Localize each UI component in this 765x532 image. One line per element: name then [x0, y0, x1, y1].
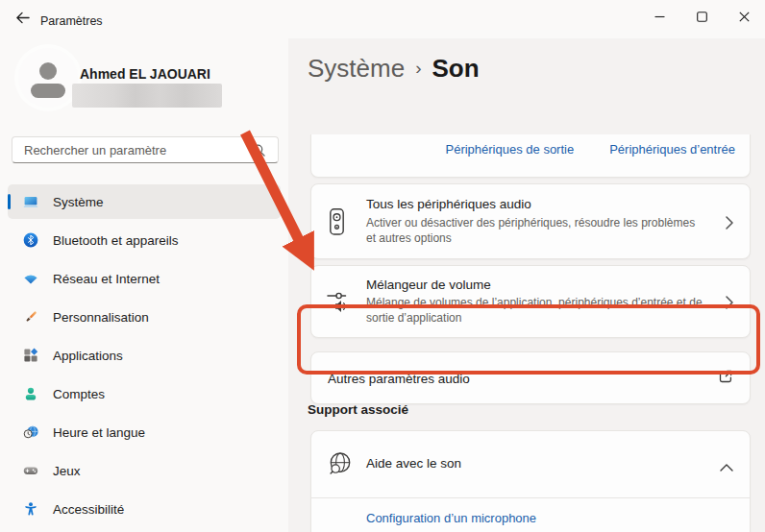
- sidebar-item-jeux[interactable]: Jeux: [8, 453, 281, 488]
- chevron-right-icon: [726, 216, 733, 233]
- sidebar-item-label: Bluetooth et appareils: [53, 233, 179, 248]
- maximize-icon: [697, 12, 707, 22]
- sidebar-item-reseau[interactable]: Réseau et Internet: [8, 261, 281, 296]
- accounts-icon: [23, 386, 38, 401]
- network-icon: [23, 271, 38, 286]
- close-icon: [739, 12, 750, 22]
- apps-icon: [23, 348, 38, 363]
- breadcrumb-parent[interactable]: Système: [308, 54, 405, 83]
- sidebar-item-label: Comptes: [53, 387, 105, 401]
- sidebar-item-label: Jeux: [53, 464, 81, 478]
- sidebar-item-label: Système: [53, 195, 104, 209]
- tab-input-devices[interactable]: Périphériques d’entrée: [609, 142, 735, 157]
- card-volume-mixer[interactable]: Mélangeur de volume Mélange de volumes d…: [310, 265, 751, 338]
- card-title: Autres paramètres audio: [328, 371, 470, 385]
- sidebar-item-label: Applications: [53, 349, 123, 363]
- sidebar-nav: Système Bluetooth et appareils Réseau et…: [0, 0, 288, 532]
- device-links-card: Périphériques de sortie Périphériques d’…: [310, 134, 751, 178]
- card-description: Mélange de volumes de l’application, pér…: [366, 295, 724, 326]
- maximize-button[interactable]: [680, 0, 723, 33]
- sidebar-item-systeme[interactable]: Système: [8, 184, 281, 219]
- help-header-row[interactable]: Aide avec le son: [311, 431, 750, 497]
- accessibility-icon: [23, 501, 38, 517]
- sidebar-item-label: Heure et langue: [53, 425, 145, 440]
- help-link-microphone-setup[interactable]: Configuration d’un microphone: [366, 511, 536, 525]
- external-link-icon: [717, 368, 734, 389]
- settings-window: Paramètres Ahmed EL JAOUARI: [0, 0, 765, 532]
- page-title: Son: [432, 54, 479, 83]
- card-more-audio-settings[interactable]: Autres paramètres audio: [310, 351, 751, 404]
- sidebar-item-accessibilite[interactable]: Accessibilité: [8, 492, 281, 526]
- window-controls: [638, 0, 765, 33]
- tab-output-devices[interactable]: Périphériques de sortie: [445, 142, 574, 157]
- card-all-audio-devices[interactable]: Tous les périphériques audio Activer ou …: [310, 183, 751, 259]
- card-sound-help: Aide avec le son Configuration d’un micr…: [310, 430, 751, 532]
- close-button[interactable]: [723, 0, 765, 33]
- sidebar-item-label: Accessibilité: [53, 502, 124, 517]
- card-description: Activer ou désactiver des périphériques,…: [366, 215, 704, 246]
- breadcrumb-separator-icon: ›: [415, 58, 421, 78]
- selected-indicator: [8, 194, 11, 209]
- help-card-title: Aide avec le son: [366, 456, 461, 471]
- support-heading: Support associé: [308, 402, 408, 417]
- content-pane: Système›Son Périphériques de sortie Péri…: [288, 38, 765, 532]
- minimize-button[interactable]: [638, 0, 680, 33]
- volume-mixer-icon: [327, 291, 352, 316]
- chevron-up-icon: [720, 458, 733, 475]
- sidebar-item-label: Réseau et Internet: [53, 272, 160, 286]
- minimize-icon: [654, 12, 665, 22]
- divider: [311, 497, 750, 498]
- sidebar-item-comptes[interactable]: Comptes: [8, 376, 281, 411]
- gaming-icon: [23, 463, 38, 478]
- card-title: Tous les périphériques audio: [366, 197, 531, 211]
- sidebar-item-personnalisation[interactable]: Personnalisation: [8, 300, 281, 334]
- sidebar-item-label: Personnalisation: [53, 310, 149, 325]
- system-icon: [23, 194, 38, 209]
- speaker-icon: [327, 207, 347, 240]
- sidebar-item-heure-langue[interactable]: Heure et langue: [8, 415, 281, 449]
- bluetooth-icon: [23, 232, 38, 248]
- sidebar-item-bluetooth[interactable]: Bluetooth et appareils: [8, 223, 281, 257]
- sidebar-item-applications[interactable]: Applications: [8, 338, 281, 373]
- chevron-right-icon: [726, 296, 733, 313]
- time-language-icon: [23, 424, 38, 440]
- personalization-icon: [23, 309, 38, 325]
- breadcrumb: Système›Son: [308, 54, 480, 84]
- globe-help-icon: [327, 450, 354, 481]
- card-title: Mélangeur de volume: [366, 278, 491, 292]
